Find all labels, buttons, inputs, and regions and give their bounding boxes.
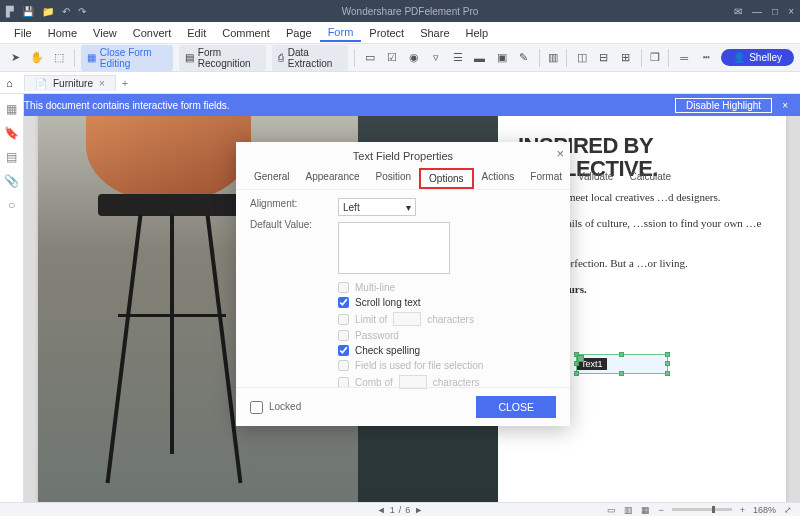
left-sidebar: ▦ 🔖 ▤ 📎 ○ bbox=[0, 94, 24, 502]
save-icon[interactable]: 💾 bbox=[22, 6, 34, 17]
menubar: File Home View Convert Edit Comment Page… bbox=[0, 22, 800, 44]
document-tab[interactable]: 📄 Furniture × bbox=[24, 75, 116, 91]
tab-appearance[interactable]: Appearance bbox=[298, 168, 368, 189]
copy-field-icon[interactable]: ❐ bbox=[648, 49, 663, 67]
document-tabs: ⌂ 📄 Furniture × + bbox=[0, 72, 800, 94]
menu-share[interactable]: Share bbox=[412, 25, 457, 41]
dialog-tabs: General Appearance Position Options Acti… bbox=[236, 168, 570, 190]
tab-general[interactable]: General bbox=[246, 168, 298, 189]
comb-of-checkbox[interactable] bbox=[338, 377, 349, 388]
close-info-button[interactable]: × bbox=[778, 100, 792, 111]
undo-icon[interactable]: ↶ bbox=[62, 6, 70, 17]
alignment-select[interactable]: Left ▾ bbox=[338, 198, 416, 216]
limit-of-input[interactable] bbox=[393, 312, 421, 326]
menu-home[interactable]: Home bbox=[40, 25, 85, 41]
menu-file[interactable]: File bbox=[6, 25, 40, 41]
redo-icon[interactable]: ↷ bbox=[78, 6, 86, 17]
disable-highlight-button[interactable]: Disable Highlight bbox=[675, 98, 772, 113]
close-form-editing-icon: ▦ bbox=[87, 52, 96, 63]
radio-field-icon[interactable]: ◉ bbox=[405, 49, 423, 67]
view-mode-3-icon[interactable]: ▦ bbox=[641, 505, 650, 515]
user-account-button[interactable]: 👤 Shelley bbox=[721, 49, 794, 66]
page-current: 1 bbox=[390, 505, 395, 515]
zoom-in-icon[interactable]: + bbox=[740, 505, 745, 515]
menu-page[interactable]: Page bbox=[278, 25, 320, 41]
limit-of-checkbox[interactable] bbox=[338, 314, 349, 325]
add-tab-button[interactable]: + bbox=[122, 77, 128, 89]
form-recognition-button[interactable]: ▤ Form Recognition bbox=[179, 45, 266, 71]
dialog-close-icon[interactable]: × bbox=[556, 146, 564, 161]
distribute-2-icon[interactable]: ⊟ bbox=[595, 49, 613, 67]
scroll-long-text-checkbox[interactable] bbox=[338, 297, 349, 308]
close-dialog-button[interactable]: CLOSE bbox=[476, 396, 556, 418]
multiline-checkbox[interactable] bbox=[338, 282, 349, 293]
select-icon[interactable]: ⬚ bbox=[50, 49, 68, 67]
line-weight-icon[interactable]: ═ bbox=[675, 49, 693, 67]
close-form-editing-button[interactable]: ▦ Close Form Editing bbox=[81, 45, 173, 71]
app-logo-icon[interactable]: ▛ bbox=[6, 6, 14, 17]
home-tab-icon[interactable]: ⌂ bbox=[6, 77, 13, 89]
pointer-icon[interactable]: ➤ bbox=[6, 49, 24, 67]
line-style-icon[interactable]: ┅ bbox=[697, 49, 715, 67]
default-value-label: Default Value: bbox=[250, 219, 326, 230]
check-spelling-checkbox[interactable] bbox=[338, 345, 349, 356]
menu-help[interactable]: Help bbox=[458, 25, 497, 41]
annotations-icon[interactable]: ▤ bbox=[6, 150, 17, 164]
checkbox-field-icon[interactable]: ☑ bbox=[383, 49, 401, 67]
attachments-icon[interactable]: 📎 bbox=[4, 174, 19, 188]
info-message: This document contains interactive form … bbox=[24, 100, 230, 111]
minimize-button[interactable]: — bbox=[752, 6, 762, 17]
view-mode-1-icon[interactable]: ▭ bbox=[607, 505, 616, 515]
default-value-input[interactable] bbox=[338, 222, 450, 274]
distribute-1-icon[interactable]: ◫ bbox=[573, 49, 591, 67]
data-extraction-button[interactable]: ⎙ Data Extraction bbox=[272, 45, 348, 71]
tab-options[interactable]: Options bbox=[419, 168, 473, 189]
next-page-icon[interactable]: ► bbox=[414, 505, 423, 515]
menu-protect[interactable]: Protect bbox=[361, 25, 412, 41]
button-field-icon[interactable]: ▬ bbox=[471, 49, 489, 67]
image-field-icon[interactable]: ▣ bbox=[493, 49, 511, 67]
distribute-3-icon[interactable]: ⊞ bbox=[617, 49, 635, 67]
menu-view[interactable]: View bbox=[85, 25, 125, 41]
zoom-out-icon[interactable]: − bbox=[658, 505, 663, 515]
thumbnails-icon[interactable]: ▦ bbox=[6, 102, 17, 116]
form-toolbar: ➤ ✋ ⬚ ▦ Close Form Editing ▤ Form Recogn… bbox=[0, 44, 800, 72]
zoom-slider[interactable] bbox=[672, 508, 732, 511]
tab-calculate[interactable]: Calculate bbox=[621, 168, 679, 189]
tab-actions[interactable]: Actions bbox=[474, 168, 523, 189]
listbox-field-icon[interactable]: ☰ bbox=[449, 49, 467, 67]
maximize-button[interactable]: □ bbox=[772, 6, 778, 17]
file-selection-checkbox[interactable] bbox=[338, 360, 349, 371]
statusbar: ◄ 1 / 6 ► ▭ ▥ ▦ − + 168% ⤢ bbox=[0, 502, 800, 516]
zoom-value: 168% bbox=[753, 505, 776, 515]
form-text-field[interactable]: Text1 bbox=[576, 354, 668, 374]
menu-form[interactable]: Form bbox=[320, 24, 362, 42]
menu-comment[interactable]: Comment bbox=[214, 25, 278, 41]
view-mode-2-icon[interactable]: ▥ bbox=[624, 505, 633, 515]
alignment-label: Alignment: bbox=[250, 198, 326, 209]
fit-page-icon[interactable]: ⤢ bbox=[784, 505, 792, 515]
prev-page-icon[interactable]: ◄ bbox=[377, 505, 386, 515]
text-field-properties-dialog: Text Field Properties × General Appearan… bbox=[236, 142, 570, 426]
chevron-down-icon: ▾ bbox=[406, 202, 411, 213]
tab-validate[interactable]: Validate bbox=[570, 168, 621, 189]
search-icon[interactable]: ○ bbox=[8, 198, 15, 212]
hand-icon[interactable]: ✋ bbox=[28, 49, 46, 67]
bookmarks-icon[interactable]: 🔖 bbox=[4, 126, 19, 140]
form-info-bar: ⓘ This document contains interactive for… bbox=[0, 94, 800, 116]
align-tool-icon[interactable]: ▥ bbox=[545, 49, 560, 67]
mail-icon[interactable]: ✉ bbox=[734, 6, 742, 17]
text-field-icon[interactable]: ▭ bbox=[361, 49, 379, 67]
pdf-icon: 📄 bbox=[35, 78, 47, 89]
menu-convert[interactable]: Convert bbox=[125, 25, 180, 41]
tab-position[interactable]: Position bbox=[368, 168, 420, 189]
close-window-button[interactable]: × bbox=[788, 6, 794, 17]
password-checkbox[interactable] bbox=[338, 330, 349, 341]
signature-field-icon[interactable]: ✎ bbox=[515, 49, 533, 67]
close-tab-icon[interactable]: × bbox=[99, 78, 105, 89]
menu-edit[interactable]: Edit bbox=[179, 25, 214, 41]
tab-format[interactable]: Format bbox=[522, 168, 570, 189]
combobox-field-icon[interactable]: ▿ bbox=[427, 49, 445, 67]
locked-checkbox[interactable] bbox=[250, 401, 263, 414]
folder-icon[interactable]: 📁 bbox=[42, 6, 54, 17]
